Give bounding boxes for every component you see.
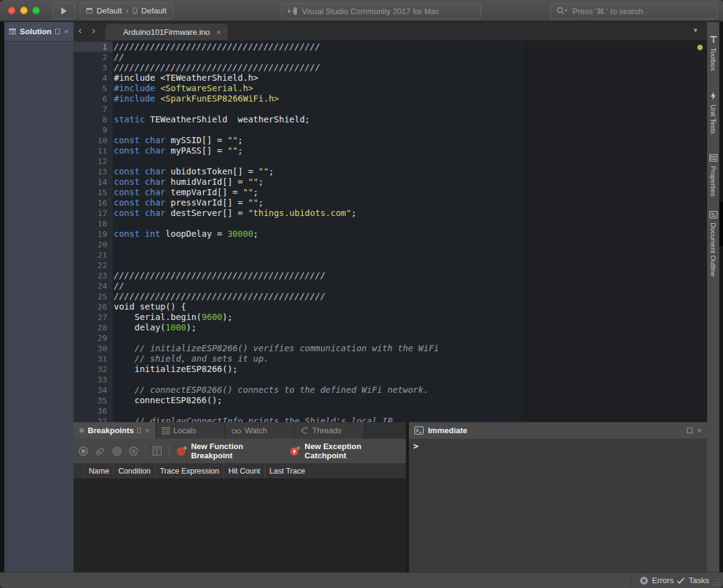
line-number[interactable]: 17 <box>73 208 113 218</box>
line-number[interactable]: 35 <box>73 395 113 406</box>
line-number[interactable]: 1 <box>73 42 113 52</box>
tab-list-dropdown-icon[interactable]: ▼ <box>692 27 699 34</box>
line-number[interactable]: 4 <box>73 73 113 83</box>
line-number[interactable]: 27 <box>73 312 113 322</box>
sidebar-tab-properties[interactable]: Properties <box>707 154 719 196</box>
run-configuration-selector[interactable]: Default › Default <box>80 2 173 19</box>
line-number[interactable]: 15 <box>73 187 113 198</box>
new-function-breakpoint-button[interactable]: New Function Breakpoint <box>176 442 283 460</box>
sidebar-tab-toolbox[interactable]: Toolbox <box>707 35 719 71</box>
solution-config-icon <box>86 7 92 14</box>
line-number[interactable]: 9 <box>73 125 113 135</box>
tab-close-icon[interactable]: × <box>216 28 221 37</box>
columns-options-icon[interactable] <box>152 446 162 456</box>
search-icon <box>556 7 568 15</box>
code-line: connectESP8266(); <box>114 395 524 406</box>
line-number[interactable]: 25 <box>73 291 113 302</box>
code-line: const int loopDelay = 30000; <box>114 229 524 239</box>
line-number[interactable]: 33 <box>73 374 113 385</box>
button-label: New Exception Catchpoint <box>305 442 401 460</box>
column-header[interactable]: Name <box>84 463 114 478</box>
line-number[interactable]: 30 <box>73 343 113 354</box>
line-number[interactable]: 20 <box>73 239 113 250</box>
navigate-forward-icon[interactable]: › <box>92 24 96 37</box>
line-number[interactable]: 24 <box>73 281 113 291</box>
code-line: // displayConnectInfo prints the Shield'… <box>114 416 524 422</box>
line-number[interactable]: 32 <box>73 364 113 374</box>
line-number[interactable]: 8 <box>73 114 113 125</box>
sidebar-tab-unit-tests[interactable]: Unit Tests <box>707 92 719 134</box>
new-breakpoint-icon[interactable] <box>78 446 88 456</box>
column-header[interactable]: Condition <box>114 463 155 478</box>
document-tab[interactable]: Arduino101Firmware.ino × <box>105 24 228 40</box>
tab-locals[interactable]: Locals <box>156 422 225 439</box>
line-number[interactable]: 16 <box>73 198 113 208</box>
window-minimize-button[interactable] <box>20 7 28 14</box>
line-number[interactable]: 3 <box>73 62 113 73</box>
resize-grip[interactable] <box>713 579 721 587</box>
column-header[interactable]: Last Trace <box>265 463 309 478</box>
tasks-button[interactable]: Tasks <box>676 573 709 588</box>
line-number[interactable]: 28 <box>73 322 113 333</box>
column-header[interactable]: Hit Count <box>224 463 265 478</box>
sidebar-tab-label: Document Outline <box>710 223 717 277</box>
solution-close-icon[interactable]: × <box>64 29 69 34</box>
immediate-pad: Immediate × > <box>409 422 707 572</box>
line-number[interactable]: 7 <box>73 104 113 114</box>
line-number[interactable]: 6 <box>73 94 113 104</box>
tasks-label: Tasks <box>689 576 709 585</box>
disable-breakpoints-icon[interactable] <box>112 446 122 456</box>
line-number[interactable]: 36 <box>73 406 113 416</box>
code-line: const char tempVarId[] = ""; <box>114 187 524 198</box>
tab-watch[interactable]: Watch <box>225 422 294 439</box>
line-number[interactable]: 34 <box>73 385 113 395</box>
line-number[interactable]: 18 <box>73 218 113 229</box>
line-number[interactable]: 14 <box>73 177 113 187</box>
code-lines[interactable]: ////////////////////////////////////////… <box>114 42 524 422</box>
column-header[interactable]: Trace Expression <box>155 463 224 478</box>
pad-dock-icon[interactable] <box>687 428 692 433</box>
pad-dock-icon[interactable] <box>137 428 141 433</box>
line-number[interactable]: 10 <box>73 135 113 146</box>
line-number[interactable]: 2 <box>73 52 113 62</box>
line-number[interactable]: 11 <box>73 146 113 156</box>
line-number[interactable]: 21 <box>73 250 113 260</box>
line-number[interactable]: 22 <box>73 260 113 270</box>
solution-panel-header[interactable]: Solution × <box>4 22 73 42</box>
immediate-pad-header[interactable]: Immediate × <box>409 422 707 439</box>
tab-threads[interactable]: Threads <box>294 422 364 439</box>
navigate-back-icon[interactable]: ‹ <box>78 24 82 37</box>
editor-status-dot-icon <box>697 45 703 50</box>
code-editor[interactable]: 1234567891011121314151617181920212223242… <box>73 40 707 422</box>
new-exception-catchpoint-button[interactable]: New Exception Catchpoint <box>290 442 401 460</box>
tasks-icon <box>676 577 685 584</box>
tab-breakpoints[interactable]: Breakpoints × <box>73 422 156 439</box>
window-zoom-button[interactable] <box>32 7 40 14</box>
run-button[interactable] <box>52 2 75 19</box>
line-number[interactable]: 31 <box>73 354 113 364</box>
global-search-input[interactable]: Press '⌘.' to search <box>550 3 717 19</box>
line-number[interactable]: 29 <box>73 333 113 343</box>
sidebar-tab-document-outline[interactable]: Document Outline <box>707 211 719 277</box>
line-number[interactable]: 23 <box>73 270 113 281</box>
line-number[interactable]: 12 <box>73 156 113 166</box>
remove-breakpoint-icon[interactable] <box>129 446 138 456</box>
line-number[interactable]: 19 <box>73 229 113 239</box>
line-number[interactable]: 13 <box>73 166 113 177</box>
breakpoints-list-body[interactable] <box>73 479 406 572</box>
solution-dock-icon[interactable] <box>55 29 60 34</box>
clear-breakpoints-icon[interactable] <box>95 446 105 456</box>
line-number-gutter[interactable]: 1234567891011121314151617181920212223242… <box>73 40 113 422</box>
pad-close-icon[interactable]: × <box>697 428 702 433</box>
code-line <box>114 260 524 270</box>
scrollbar-thumb[interactable] <box>719 202 723 246</box>
code-line: Serial.begin(9600); <box>114 312 524 322</box>
immediate-console-input[interactable]: > <box>409 439 707 572</box>
window-close-button[interactable] <box>8 7 15 14</box>
pad-close-icon[interactable]: × <box>144 428 149 433</box>
window-title-area: Visual Studio Community 2017 for Mac <box>281 3 481 19</box>
line-number[interactable]: 37 <box>73 416 113 422</box>
line-number[interactable]: 26 <box>73 302 113 312</box>
errors-button[interactable]: Errors <box>640 573 673 588</box>
line-number[interactable]: 5 <box>73 83 113 94</box>
